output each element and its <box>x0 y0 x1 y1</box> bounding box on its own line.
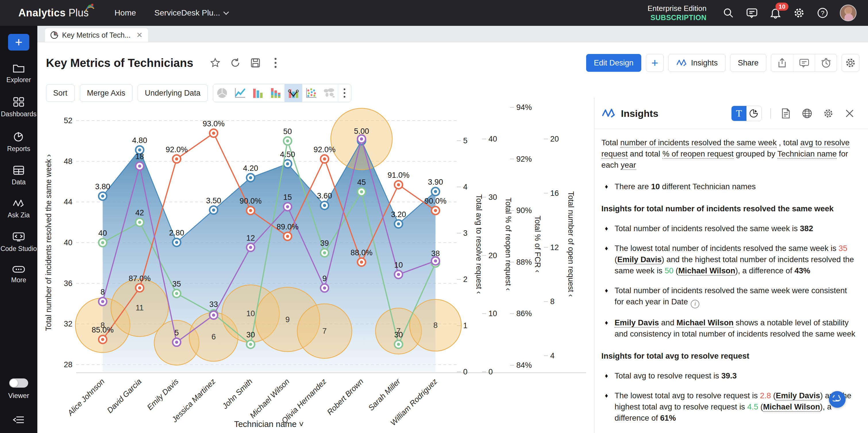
insights-document-icon[interactable] <box>779 107 792 120</box>
svg-text:Total number of open request: Total number of open request ‹ <box>567 191 575 297</box>
diamond-bullet-icon: ♦ <box>601 390 615 424</box>
svg-text:4: 4 <box>463 182 467 191</box>
diamond-bullet-icon: ♦ <box>601 317 615 339</box>
grid-icon <box>13 97 24 107</box>
left-axis: 28323640444852Total number of incidents … <box>44 116 72 369</box>
sidebar-item-reports[interactable]: Reports <box>0 131 37 153</box>
svg-text:91.0%: 91.0% <box>388 171 410 179</box>
combo-chart-canvas[interactable]: 28323640444852Total number of incidents … <box>0 0 594 433</box>
svg-text:45: 45 <box>357 178 366 187</box>
zia-insights-button[interactable]: Insights <box>668 54 725 72</box>
svg-text:12: 12 <box>550 243 559 252</box>
insight-bullet: ♦The lowest total number of incidents re… <box>601 243 856 276</box>
sidebar-item-dashboards[interactable]: Dashboards <box>0 97 37 118</box>
svg-text:5.00: 5.00 <box>354 127 369 136</box>
svg-text:36: 36 <box>64 279 72 288</box>
svg-text:50: 50 <box>283 127 292 136</box>
viewer-mode-toggle[interactable] <box>9 378 28 388</box>
app-logo[interactable]: Analytics Plus <box>19 7 89 19</box>
svg-text:10: 10 <box>246 309 255 318</box>
svg-text:Total % of FCR ‹: Total % of FCR ‹ <box>533 215 542 272</box>
svg-text:Robert Brown: Robert Brown <box>326 377 365 417</box>
collapse-sidebar-icon[interactable] <box>12 415 25 426</box>
comments-icon[interactable] <box>793 54 815 71</box>
tab-key-metrics[interactable]: Key Metrics of Tech... ✕ <box>45 28 148 42</box>
user-avatar[interactable] <box>840 5 857 21</box>
svg-text:3.60: 3.60 <box>317 192 332 200</box>
svg-text:2: 2 <box>463 275 467 284</box>
zia-chat-fab[interactable] <box>829 391 845 408</box>
search-icon[interactable] <box>722 7 735 19</box>
svg-text:52: 52 <box>64 116 72 125</box>
insights-body: Total number of incidents resolved the s… <box>601 137 856 433</box>
diamond-bullet-icon: ♦ <box>601 223 615 234</box>
insights-title: Insights <box>621 108 658 119</box>
insights-close-icon[interactable] <box>843 107 856 120</box>
svg-text:8: 8 <box>100 288 105 296</box>
insights-language-globe-icon[interactable] <box>801 107 813 120</box>
share-button[interactable]: Share <box>730 54 766 72</box>
ellipsis-icon <box>12 266 25 273</box>
zia-icon <box>676 59 688 67</box>
svg-text:8: 8 <box>550 297 555 306</box>
tab-close-icon[interactable]: ✕ <box>136 31 143 40</box>
svg-text:Total number of incidents reso: Total number of incidents resolved the s… <box>44 154 53 331</box>
insight-section-heading: Insights for total number of incidents r… <box>601 203 856 214</box>
svg-text:20: 20 <box>550 135 559 143</box>
insight-bullet: ♦Total number of incidents resolved the … <box>601 223 856 234</box>
insights-chart-view-button[interactable] <box>746 106 762 121</box>
svg-text:0: 0 <box>463 368 467 376</box>
svg-text:92.0%: 92.0% <box>165 145 188 154</box>
svg-text:90.0%: 90.0% <box>424 197 446 205</box>
svg-text:Emily Davis: Emily Davis <box>145 377 180 412</box>
svg-text:30: 30 <box>489 193 497 202</box>
svg-text:28: 28 <box>64 360 72 369</box>
report-settings-gear-icon[interactable] <box>842 54 859 72</box>
nav-home[interactable]: Home <box>115 8 136 18</box>
pie-chart-icon <box>13 131 24 142</box>
insights-view-switch: T <box>731 106 762 121</box>
report-tools-group <box>771 54 837 72</box>
svg-text:6: 6 <box>212 333 216 341</box>
svg-text:9: 9 <box>322 274 327 283</box>
sidebar-item-ask-zia[interactable]: Ask Zia <box>0 199 37 220</box>
export-icon[interactable] <box>771 54 793 71</box>
svg-text:87.0%: 87.0% <box>129 274 151 283</box>
sidebar-item-data[interactable]: Data <box>0 165 37 186</box>
zia-icon <box>12 199 25 208</box>
diamond-bullet-icon: ♦ <box>601 181 615 192</box>
info-icon[interactable]: i <box>691 300 699 308</box>
sidebar-item-code-studio[interactable]: Code Studio <box>0 232 37 253</box>
svg-text:3.90: 3.90 <box>428 178 443 186</box>
edit-design-button[interactable]: Edit Design <box>586 54 641 72</box>
schedule-clock-icon[interactable] <box>815 54 837 71</box>
insight-bullet: ♦There are 10 different Technician names <box>601 181 856 192</box>
chevron-down-icon <box>223 9 229 15</box>
notifications-bell-icon[interactable]: 10 <box>769 7 782 19</box>
create-new-button[interactable]: + <box>8 34 29 51</box>
svg-text:86%: 86% <box>516 309 532 318</box>
add-button[interactable]: + <box>646 54 664 72</box>
feedback-icon[interactable] <box>746 7 758 19</box>
svg-text:90%: 90% <box>516 206 532 215</box>
svg-text:15: 15 <box>283 193 292 202</box>
insight-bullet: ♦Total number of incidents resolved the … <box>601 285 856 308</box>
help-icon[interactable]: ? <box>816 7 829 19</box>
svg-text:39: 39 <box>320 239 329 247</box>
sidebar-item-explorer[interactable]: Explorer <box>0 63 37 84</box>
diamond-bullet-icon: ♦ <box>601 285 615 308</box>
insights-settings-gear-icon[interactable] <box>822 107 835 120</box>
insights-text-view-button[interactable]: T <box>732 106 746 121</box>
svg-text:4.20: 4.20 <box>243 164 258 173</box>
nav-servicedesk-dropdown[interactable]: ServiceDesk Plu... <box>154 8 228 18</box>
analytics-plus-app: Analytics Plus Home ServiceDesk Plu... E… <box>0 0 868 433</box>
svg-text:40: 40 <box>64 238 72 247</box>
svg-text:92.0%: 92.0% <box>313 145 336 154</box>
right-axis-0: 012345Total avg to resolve request ‹ <box>457 136 483 376</box>
svg-text:3.20: 3.20 <box>391 210 406 219</box>
sidebar-item-more[interactable]: More <box>0 266 37 284</box>
x-axis-title[interactable]: Technician name ˅ <box>234 420 304 429</box>
settings-gear-icon[interactable] <box>793 7 805 19</box>
svg-text:40: 40 <box>98 229 107 237</box>
svg-text:10: 10 <box>394 261 403 269</box>
